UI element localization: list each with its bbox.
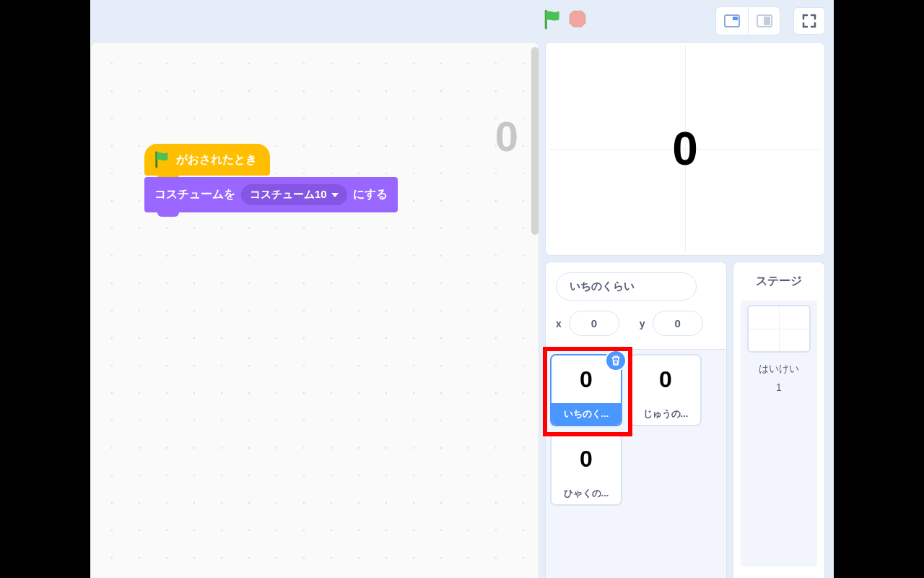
hat-block-label: がおされたとき [176,152,257,168]
backdrop-thumbnail[interactable] [747,305,811,353]
main-area: 0 がおされたとき コスチュームを コスチューム10 にする [90,42,834,578]
sprite-tile-label: ひゃくの... [552,483,621,504]
svg-marker-0 [570,11,585,27]
x-label: x [556,318,562,329]
costume-dropdown[interactable]: コスチューム10 [241,184,347,205]
switch-costume-block[interactable]: コスチュームを コスチューム10 にする [144,177,398,212]
dropdown-value: コスチューム10 [250,188,327,202]
delete-sprite-button[interactable] [605,350,627,371]
sprite-x-input[interactable] [569,311,619,336]
stage-panel: ステージ はいけい 1 [733,262,825,578]
y-label: y [640,318,645,329]
large-stage-button[interactable] [748,7,780,35]
sprite-name-input[interactable] [556,272,697,301]
sprite-tile-juunokurai[interactable]: 0 じゅうの... [629,354,702,426]
stop-icon[interactable] [568,9,587,33]
view-mode-toggle [715,7,780,35]
workspace-scrollbar[interactable] [531,47,539,235]
backdrop-count: 1 [776,381,782,393]
block-stack[interactable]: がおされたとき コスチュームを コスチューム10 にする [144,144,398,212]
sprite-panel: x y [545,262,727,578]
svg-rect-2 [733,17,738,20]
sprite-thumbnail: 0 [580,355,593,403]
stage-panel-title: ステージ [756,274,802,289]
sprite-y-input[interactable] [653,311,703,336]
stage-preview[interactable]: 0 [545,42,825,256]
when-flag-clicked-block[interactable]: がおされたとき [144,144,270,176]
trash-icon [610,355,622,366]
sprite-info: x y [546,262,726,350]
sprite-tile-label: いちのく... [552,403,621,425]
fullscreen-button[interactable] [793,7,825,35]
block-text-suffix: にする [353,187,388,202]
sprite-list: 0 いちのく... 0 じゅうの... 0 ひゃくの... [546,350,726,578]
right-column: 0 x y [545,42,834,578]
block-text-prefix: コスチュームを [154,187,235,202]
app-frame: 0 がおされたとき コスチュームを コスチューム10 にする [90,0,834,578]
green-flag-icon [154,151,170,168]
green-flag-icon[interactable] [544,9,562,33]
svg-rect-4 [764,17,770,25]
chevron-down-icon [331,193,339,197]
sprite-thumbnail: 0 [659,355,672,403]
small-stage-button[interactable] [716,7,748,35]
sprite-tile-hyakunokurai[interactable]: 0 ひゃくの... [550,434,622,506]
sprite-preview-watermark: 0 [495,112,518,160]
topbar [90,0,834,42]
sprite-tile-ichinokurai[interactable]: 0 いちのく... [550,354,622,426]
backdrop-label: はいけい [759,363,799,376]
sprite-tile-label: じゅうの... [631,403,700,425]
stage-sprite-display: 0 [672,122,698,176]
sprite-thumbnail: 0 [580,435,593,483]
code-workspace[interactable]: 0 がおされたとき コスチュームを コスチューム10 にする [90,42,539,578]
